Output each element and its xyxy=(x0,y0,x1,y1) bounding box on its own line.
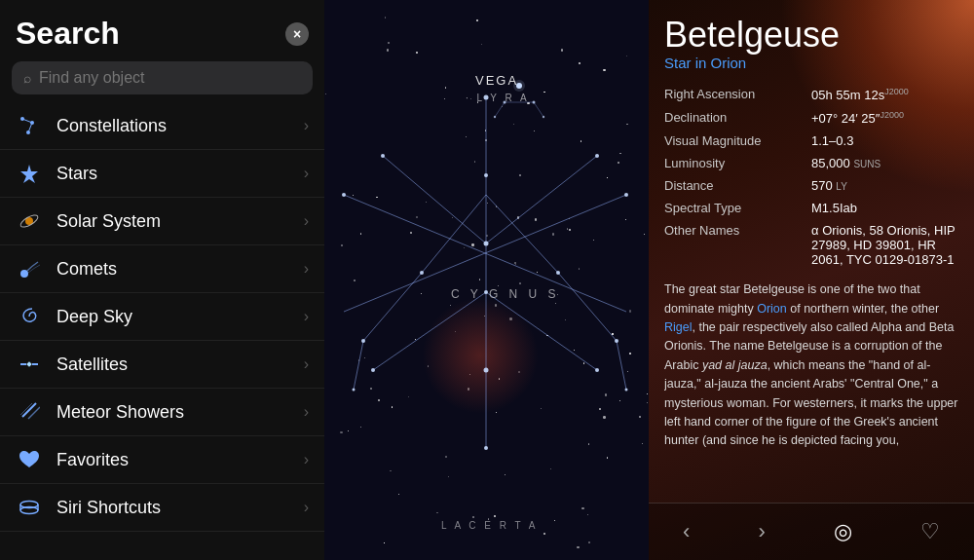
nav-list: Constellations › Stars › Solar System › … xyxy=(0,102,324,560)
svg-line-4 xyxy=(28,123,32,132)
svg-line-29 xyxy=(558,273,617,341)
deep-sky-label: Deep Sky xyxy=(56,307,304,327)
nav-item-solar-system[interactable]: Solar System › xyxy=(0,198,324,245)
lyra-label: · L Y R A xyxy=(466,93,530,103)
cygnus-label: C Y G N U S xyxy=(451,287,560,301)
svg-point-38 xyxy=(342,193,346,197)
lacerta-label: L A C E R T A xyxy=(441,520,538,531)
svg-marker-5 xyxy=(20,165,38,183)
svg-point-46 xyxy=(361,339,365,343)
svg-rect-10 xyxy=(20,363,26,365)
back-button[interactable]: ‹ xyxy=(663,513,709,550)
nav-item-comets[interactable]: Comets › xyxy=(0,245,324,293)
field-label-4: Distance xyxy=(664,176,811,195)
siri-shortcuts-icon xyxy=(16,497,43,518)
nav-item-stars[interactable]: Stars › xyxy=(0,150,324,198)
nav-item-siri-shortcuts[interactable]: Siri Shortcuts › xyxy=(0,484,324,532)
forward-button[interactable]: › xyxy=(738,513,784,550)
svg-point-37 xyxy=(484,446,488,450)
stars-chevron: › xyxy=(304,165,309,182)
favorites-chevron: › xyxy=(304,451,309,468)
comets-label: Comets xyxy=(56,259,304,280)
satellites-chevron: › xyxy=(304,355,309,373)
svg-point-42 xyxy=(420,271,424,275)
field-value-5: M1.5Iab xyxy=(811,199,958,217)
field-value-3: 85,000 SUNS xyxy=(811,154,958,172)
middle-panel: Vega · L Y R A C Y G N U S L A C E R T A xyxy=(324,0,649,560)
svg-line-22 xyxy=(383,156,486,243)
nav-item-deep-sky[interactable]: Deep Sky › xyxy=(0,293,324,341)
search-input[interactable] xyxy=(39,69,301,87)
svg-point-43 xyxy=(556,271,560,275)
constellations-icon xyxy=(16,115,43,136)
stars-label: Stars xyxy=(56,164,304,184)
comets-chevron: › xyxy=(304,260,309,278)
siri-shortcuts-label: Siri Shortcuts xyxy=(56,498,304,518)
nav-item-favorites[interactable]: Favorites › xyxy=(0,436,324,484)
svg-point-8 xyxy=(20,270,28,278)
svg-point-39 xyxy=(624,193,628,197)
nav-item-meteor-showers[interactable]: Meteor Showers › xyxy=(0,389,324,436)
siri-shortcuts-chevron: › xyxy=(304,499,309,516)
svg-line-31 xyxy=(617,341,626,390)
close-icon: × xyxy=(293,26,301,42)
svg-point-41 xyxy=(595,154,599,158)
satellites-icon xyxy=(16,354,43,375)
field-value-6: α Orionis, 58 Orionis, HIP 27989, HD 398… xyxy=(811,221,958,269)
field-label-2: Visual Magnitude xyxy=(664,131,811,150)
right-content: Betelgeuse Star in Orion Right Ascension… xyxy=(649,0,974,503)
svg-rect-9 xyxy=(26,361,32,367)
vega-label: Vega xyxy=(475,73,518,88)
field-label-5: Spectral Type xyxy=(664,199,811,217)
left-panel: Search × ⌕ Constellations › Stars › Sola… xyxy=(0,0,324,560)
svg-point-44 xyxy=(371,368,375,372)
object-subtitle: Star in Orion xyxy=(664,55,958,71)
search-header: Search × xyxy=(0,0,324,61)
svg-point-48 xyxy=(353,389,356,392)
svg-point-34 xyxy=(484,242,489,246)
svg-line-30 xyxy=(354,341,363,390)
favorite-button[interactable]: ♡ xyxy=(901,513,959,550)
field-label-1: Declination xyxy=(664,108,811,128)
field-label-0: Right Ascension xyxy=(664,85,811,104)
svg-point-49 xyxy=(625,389,628,392)
search-bar[interactable]: ⌕ xyxy=(12,61,313,94)
solar-system-icon xyxy=(16,210,43,232)
orion-link[interactable]: Orion xyxy=(757,302,787,316)
right-panel: Betelgeuse Star in Orion Right Ascension… xyxy=(649,0,974,560)
field-label-6: Other Names xyxy=(664,221,811,269)
rigel-link[interactable]: Rigel xyxy=(664,320,693,334)
svg-line-28 xyxy=(363,273,422,341)
constellations-chevron: › xyxy=(304,117,309,134)
meteor-showers-label: Meteor Showers xyxy=(56,402,304,423)
nav-item-satellites[interactable]: Satellites › xyxy=(0,341,324,389)
svg-line-25 xyxy=(486,292,597,370)
favorites-label: Favorites xyxy=(56,450,304,470)
svg-line-12 xyxy=(22,403,36,417)
deep-sky-chevron: › xyxy=(304,308,309,325)
svg-point-45 xyxy=(595,368,599,372)
solar-system-label: Solar System xyxy=(56,211,304,232)
field-value-2: 1.1–0.3 xyxy=(811,131,958,150)
target-button[interactable]: ◎ xyxy=(814,513,872,550)
svg-line-57 xyxy=(495,102,505,117)
stars-icon xyxy=(16,163,43,184)
close-button[interactable]: × xyxy=(285,22,309,46)
description: The great star Betelgeuse is one of the … xyxy=(664,280,958,487)
meteor-showers-chevron: › xyxy=(304,403,309,421)
svg-point-36 xyxy=(484,368,489,373)
bottom-toolbar: ‹ › ◎ ♡ xyxy=(649,503,974,560)
svg-line-58 xyxy=(534,102,543,117)
field-value-0: 05h 55m 12sJ2000 xyxy=(811,85,958,104)
nav-item-constellations[interactable]: Constellations › xyxy=(0,102,324,150)
satellites-label: Satellites xyxy=(56,355,304,375)
field-label-3: Luminosity xyxy=(664,154,811,172)
svg-point-40 xyxy=(381,154,385,158)
deep-sky-icon xyxy=(16,306,43,327)
svg-line-3 xyxy=(22,119,32,123)
constellations-label: Constellations xyxy=(56,116,304,136)
svg-line-27 xyxy=(486,195,558,273)
field-value-4: 570 LY xyxy=(811,176,958,195)
comets-icon xyxy=(16,258,43,280)
search-icon: ⌕ xyxy=(23,70,31,86)
